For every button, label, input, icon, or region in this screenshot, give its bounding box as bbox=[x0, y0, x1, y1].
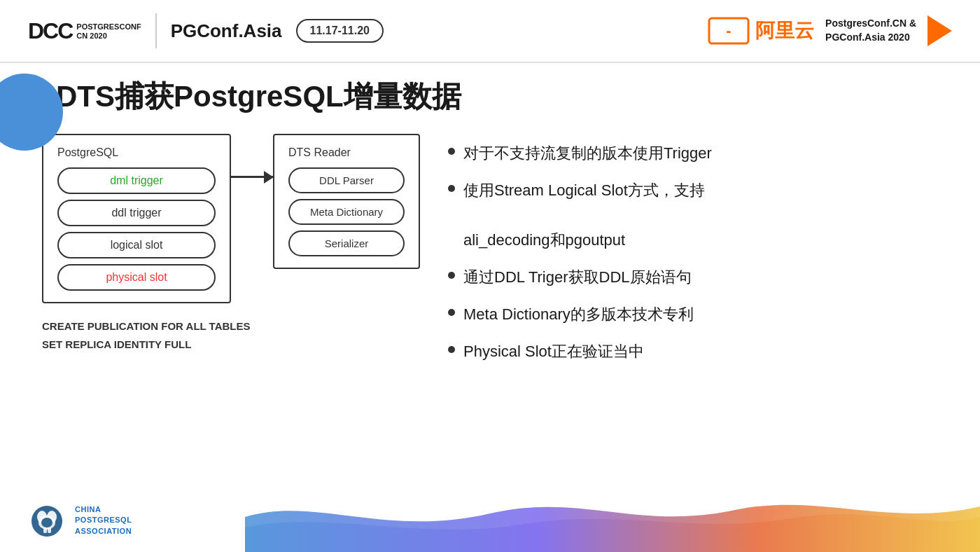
bullet-dot-1 bbox=[448, 148, 455, 155]
aliyun-icon: - bbox=[708, 17, 750, 45]
footer-line1: CHINA bbox=[75, 505, 101, 513]
bullets-section: 对于不支持流复制的版本使用Trigger 使用Stream Logical Sl… bbox=[448, 134, 938, 376]
bullet-text-4: Meta Dictionary的多版本技术专利 bbox=[463, 302, 694, 326]
flow-arrow bbox=[231, 176, 273, 178]
bullet-item-1: 对于不支持流复制的版本使用Trigger bbox=[448, 141, 938, 165]
header-divider bbox=[155, 13, 157, 48]
bullet-dot-5 bbox=[448, 346, 455, 353]
pcc-logo: DCC POSTGRESCONFCN 2020 bbox=[28, 18, 141, 44]
create-publication-text: CREATE PUBLICATION FOR ALL TABLES SET RE… bbox=[42, 317, 420, 353]
bullet-dot-3 bbox=[448, 272, 455, 279]
pg-item-physical-slot: physical slot bbox=[57, 264, 216, 291]
svg-point-6 bbox=[41, 518, 52, 527]
bullet-item-5: Physical Slot正在验证当中 bbox=[448, 339, 938, 364]
svg-text:-: - bbox=[726, 22, 731, 39]
pg-items: dml trigger ddl trigger logical slot phy… bbox=[57, 167, 216, 291]
orange-triangle-icon bbox=[927, 15, 952, 46]
create-pub-line2: SET REPLICA IDENTITY FULL bbox=[42, 338, 191, 350]
footer-org-text: CHINA POSTGRESQL ASSOCIATION bbox=[75, 504, 132, 537]
aliyun-logo: - 阿里云 bbox=[708, 17, 814, 45]
postgresql-elephant-icon bbox=[28, 502, 66, 540]
bullet-item-2: 使用Stream Logical Slot方式，支持ali_decoding和p… bbox=[448, 178, 938, 252]
pgconf-cn-text: POSTGRESCONFCN 2020 bbox=[76, 22, 141, 41]
diagram-section: PostgreSQL dml trigger ddl trigger logic… bbox=[42, 134, 420, 353]
postgresql-box: PostgreSQL dml trigger ddl trigger logic… bbox=[42, 134, 231, 303]
header-right: - 阿里云 PostgresConf.CN &PGConf.Asia 2020 bbox=[708, 15, 952, 46]
wave-decoration bbox=[245, 489, 980, 552]
footer-line2: POSTGRESQL bbox=[75, 516, 132, 524]
footer-line3: ASSOCIATION bbox=[75, 527, 132, 535]
dts-item-serializer: Serializer bbox=[288, 230, 405, 256]
svg-rect-7 bbox=[43, 527, 47, 533]
bullet-item-3: 通过DDL Triger获取DDL原始语句 bbox=[448, 265, 938, 289]
bullet-text-3: 通过DDL Triger获取DDL原始语句 bbox=[463, 265, 692, 289]
bullet-text-1: 对于不支持流复制的版本使用Trigger bbox=[463, 141, 712, 165]
create-pub-line1: CREATE PUBLICATION FOR ALL TABLES bbox=[42, 320, 251, 332]
pgconf-right-text: PostgresConf.CN &PGConf.Asia 2020 bbox=[825, 17, 916, 44]
header-left: DCC POSTGRESCONFCN 2020 PGConf.Asia 11.1… bbox=[28, 13, 384, 48]
bullet-text-5: Physical Slot正在验证当中 bbox=[463, 339, 644, 364]
arrow-section bbox=[231, 134, 273, 178]
bullet-item-4: Meta Dictionary的多版本技术专利 bbox=[448, 302, 938, 326]
pg-item-logical-slot: logical slot bbox=[57, 232, 216, 258]
content-area: PostgreSQL dml trigger ddl trigger logic… bbox=[42, 134, 938, 376]
dcc-text: DCC bbox=[28, 18, 72, 44]
footer-logo: CHINA POSTGRESQL ASSOCIATION bbox=[28, 502, 132, 540]
svg-rect-8 bbox=[48, 527, 51, 533]
dts-item-ddl-parser: DDL Parser bbox=[288, 167, 405, 193]
aliyun-brand-text: 阿里云 bbox=[755, 18, 814, 44]
pgconf-asia-text: PGConf.Asia bbox=[171, 20, 282, 42]
header: DCC POSTGRESCONFCN 2020 PGConf.Asia 11.1… bbox=[0, 0, 980, 63]
bullet-text-2: 使用Stream Logical Slot方式，支持ali_decoding和p… bbox=[463, 178, 705, 252]
dts-items: DDL Parser Meta Dictionary Serializer bbox=[288, 167, 405, 256]
dts-reader-box: DTS Reader DDL Parser Meta Dictionary Se… bbox=[273, 134, 420, 269]
date-badge: 11.17-11.20 bbox=[296, 19, 384, 43]
bullet-dot-4 bbox=[448, 309, 455, 316]
dts-item-meta-dictionary: Meta Dictionary bbox=[288, 199, 405, 225]
dts-reader-label: DTS Reader bbox=[288, 146, 405, 159]
pg-item-dml-trigger: dml trigger bbox=[57, 167, 216, 194]
bullet-dot-2 bbox=[448, 185, 455, 192]
dcc-logo-text: DCC POSTGRESCONFCN 2020 bbox=[28, 18, 141, 44]
pg-item-ddl-trigger: ddl trigger bbox=[57, 200, 216, 226]
wave-svg bbox=[245, 489, 980, 552]
slide-title: DTS捕获PostgreSQL增量数据 bbox=[56, 77, 938, 116]
postgresql-label: PostgreSQL bbox=[57, 146, 216, 159]
main-content: DTS捕获PostgreSQL增量数据 PostgreSQL dml trigg… bbox=[0, 63, 980, 383]
